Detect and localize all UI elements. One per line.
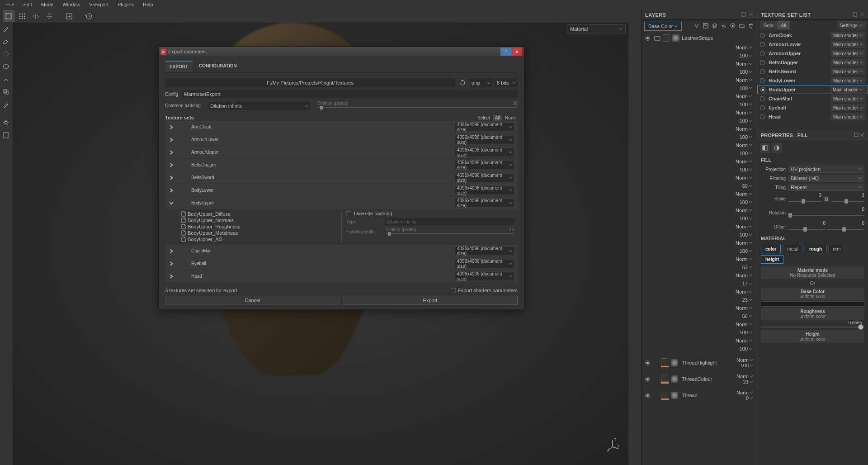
opacity-value[interactable]: 100 [734,167,748,172]
basecolor-box[interactable]: Base Color uniform color [761,288,864,300]
size-dropdown[interactable]: 4096x4096 (document size) [455,247,514,255]
material-chip-metal[interactable]: metal [783,245,802,253]
export-texture-set-row[interactable]: ArmCloak 4096x4096 (document size) [165,121,518,133]
opacity-value[interactable]: 100 [741,363,749,368]
texture-set-item[interactable]: Eyeball Main shader [757,103,868,112]
export-texture-set-row[interactable]: Head 4096x4096 (document size) [165,270,518,282]
export-shaders-checkbox[interactable] [451,288,456,293]
export-checkbox[interactable] [182,261,188,266]
opacity-value[interactable]: 100 [734,118,748,123]
opacity-value[interactable]: 17 [734,281,748,286]
ts-shader-dropdown[interactable]: Main shader [831,77,865,84]
ts-radio[interactable] [760,114,765,119]
blend-mode[interactable]: Norm [736,338,748,343]
picker-tool-icon[interactable] [1,100,11,109]
select-none-button[interactable]: None [503,115,518,121]
toolbar-add-icon[interactable] [63,10,75,22]
ts-radio[interactable] [760,42,765,47]
ts-radio[interactable] [760,51,765,56]
expand-chevron-icon[interactable] [169,200,174,206]
export-texture-set-row[interactable]: BeltsDagger 4096x4096 (document size) [165,159,518,171]
export-texture-set-row[interactable]: BeltsSword 4096x4096 (document size) [165,171,518,184]
blend-mode[interactable]: Norm [736,45,748,50]
expand-chevron-icon[interactable] [169,261,174,266]
opacity-value[interactable]: 100 [734,69,748,75]
texture-set-item[interactable]: BodyLower Main shader [757,76,868,85]
size-dropdown[interactable]: 4096x4096 (document size) [455,148,514,157]
menu-file[interactable]: File [2,0,19,9]
size-dropdown[interactable]: 4096x4096 (document size) [455,136,514,144]
toolbar-perspective-icon[interactable] [3,10,14,22]
texture-set-item[interactable]: BeltsSword Main shader [757,67,868,76]
blend-mode[interactable]: Norm [736,142,748,148]
format-dropdown[interactable]: png [470,78,492,87]
ts-shader-dropdown[interactable]: Main shader [831,68,865,75]
blend-mode[interactable]: Norm [736,240,748,246]
offset-slider-1[interactable] [788,226,826,233]
export-checkbox[interactable] [182,162,188,168]
configuration-tab[interactable]: CONFIGURATION [194,61,241,72]
visibility-toggle[interactable] [645,361,650,365]
ts-shader-dropdown[interactable]: Main shader [831,59,865,66]
blend-mode[interactable]: Norm [736,273,748,278]
ts-radio[interactable] [760,60,765,65]
ts-shader-dropdown[interactable]: Main shader [831,41,865,48]
dialog-titlebar[interactable]: S Export document... ? ✕ [159,47,524,56]
panel-close-icon[interactable] [749,12,753,18]
ts-shader-dropdown[interactable]: Main shader [830,86,865,93]
blend-mode[interactable]: Norm [736,159,748,164]
export-path-field[interactable]: F:/My Pictures/Projects/Knight/Textures [165,78,455,87]
blend-mode[interactable]: Norm [736,208,748,213]
toolbar-grid-icon[interactable] [16,10,28,22]
size-dropdown[interactable]: 4096x4096 (document size) [455,260,514,268]
refresh-icon[interactable] [458,78,467,87]
texture-set-item[interactable]: ArmCloak Main shader [757,31,868,40]
layer-group-header[interactable]: LeatherStraps [642,33,757,43]
viewport-material-dropdown[interactable]: Material [567,24,626,33]
export-texture-set-row[interactable]: ArmourLower 4096x4096 (document size) [165,133,518,146]
projection-tool-icon[interactable] [1,49,11,59]
opacity-value[interactable]: 69 [734,183,748,189]
lock-icon[interactable] [823,196,830,202]
expand-chevron-icon[interactable] [169,150,174,155]
roughness-slider[interactable]: 0.6565 [761,321,864,329]
texture-set-item[interactable]: BodyUpper Main shader [757,85,868,94]
visibility-toggle[interactable] [645,36,650,41]
opacity-value[interactable]: 100 [734,232,748,237]
material-chip-rough[interactable]: rough [805,245,826,253]
smudge-tool-icon[interactable] [1,74,11,84]
props-tab-contrast-icon[interactable] [772,143,782,153]
override-padding-checkbox[interactable] [346,211,351,216]
menu-mode[interactable]: Mode [37,0,58,9]
menu-window[interactable]: Window [58,0,85,9]
tiling-select[interactable]: Repeat [788,184,864,191]
opacity-value[interactable]: 0 [746,395,749,401]
blend-mode[interactable]: Norm [736,357,749,363]
panel-undock-icon[interactable] [741,12,746,18]
toolbar-symmetry-icon[interactable] [43,10,55,22]
opacity-value[interactable]: 100 [734,151,748,156]
opacity-value[interactable]: 23 [743,379,749,384]
config-dropdown[interactable]: MarmosetExport [182,90,518,98]
size-dropdown[interactable]: 4096x4096 (document size) [455,123,514,131]
channel-dropdown[interactable]: Base Color [644,22,682,31]
select-all-button[interactable]: All [493,115,502,121]
ts-shader-dropdown[interactable]: Main shader [831,95,865,102]
trash-icon[interactable] [748,23,754,30]
blend-mode[interactable]: Norm [736,175,748,180]
ts-radio[interactable] [760,69,765,74]
rotation-slider[interactable] [788,212,864,219]
layer-stack-icon[interactable] [712,23,718,30]
offset-slider-2[interactable] [827,226,864,233]
blend-mode[interactable]: Norm [736,390,749,395]
expand-chevron-icon[interactable] [169,175,174,180]
ts-mode-all[interactable]: All [777,21,790,29]
brush-tool-icon[interactable] [1,24,11,33]
export-checkbox[interactable] [182,188,188,193]
opacity-value[interactable]: 63 [734,265,748,270]
blend-mode[interactable]: Norm [736,305,748,311]
material-mode-box[interactable]: Material mode No Resource Selected [761,266,864,279]
material-chip-nrm[interactable]: nrm [828,245,845,253]
blend-mode[interactable]: Norm [736,322,748,327]
panel-undock-icon[interactable] [853,12,857,18]
